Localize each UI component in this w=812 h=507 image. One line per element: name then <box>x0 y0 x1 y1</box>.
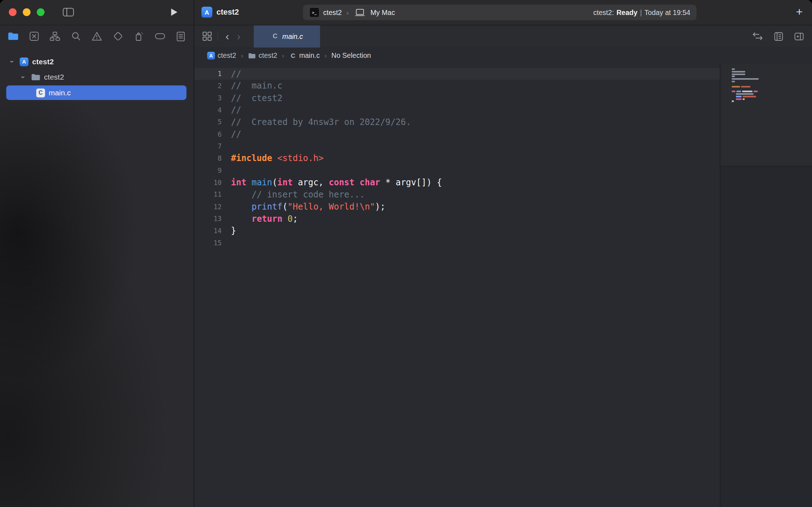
window-title: ctest2 <box>216 7 239 16</box>
source-control-navigator-icon[interactable] <box>27 30 41 43</box>
zoom-window-button[interactable] <box>37 8 45 16</box>
line-number[interactable]: 10 <box>194 177 222 189</box>
line-number[interactable]: 3 <box>194 92 222 104</box>
minimap-line <box>732 83 760 85</box>
c-file-icon: C <box>36 88 45 97</box>
breadcrumb-separator-icon: › <box>325 52 327 60</box>
xcode-project-icon: A <box>207 52 215 60</box>
editor-options-icon[interactable] <box>772 30 785 43</box>
breadcrumb-project[interactable]: ctest2 <box>217 52 236 60</box>
code-text: // Created by 4nsw3r on 2022/9/26. <box>222 116 411 128</box>
back-button[interactable]: ‹ <box>222 26 233 47</box>
line-number[interactable]: 8 <box>194 152 222 165</box>
minimap-line <box>732 76 760 77</box>
code-line[interactable]: 11 // insert code here... <box>194 189 720 201</box>
tree-item-group[interactable]: › ctest2 <box>0 69 194 85</box>
code-text: // <box>222 104 241 116</box>
minimap-line <box>732 98 760 100</box>
add-editor-icon[interactable] <box>792 30 806 43</box>
code-text: // <box>222 68 241 80</box>
tree-item-project[interactable]: › A ctest2 <box>0 54 194 70</box>
code-line[interactable]: 7 <box>194 140 720 152</box>
c-file-icon: C <box>271 32 279 40</box>
related-items-icon[interactable] <box>200 30 214 43</box>
code-line[interactable]: 5// Created by 4nsw3r on 2022/9/26. <box>194 116 720 128</box>
terminal-target-icon: >_ <box>309 7 320 17</box>
editor-tab-bar: ‹ › C main.c <box>194 25 812 48</box>
toolbar: A ctest2 >_ ctest2 › My Mac ctest2: Read… <box>0 0 812 25</box>
forward-button[interactable]: › <box>233 26 245 47</box>
code-line[interactable]: 4// <box>194 104 720 116</box>
code-line[interactable]: 8#include <stdio.h> <box>194 152 720 165</box>
symbol-navigator-icon[interactable] <box>48 30 62 43</box>
debug-navigator-icon[interactable] <box>132 30 146 43</box>
line-number[interactable]: 6 <box>194 128 222 140</box>
code-text <box>222 140 231 152</box>
scheme-and-activity-bar[interactable]: >_ ctest2 › My Mac ctest2: Ready | Today… <box>303 5 696 20</box>
sidebar-divider[interactable] <box>194 0 194 507</box>
report-navigator-icon[interactable] <box>174 30 187 43</box>
find-navigator-icon[interactable] <box>69 30 83 43</box>
code-line[interactable]: 13 return 0; <box>194 213 720 225</box>
code-review-icon[interactable] <box>751 30 765 43</box>
minimap-line <box>732 73 760 75</box>
editor-controls <box>751 25 806 48</box>
code-text: printf("Hello, World!\n"); <box>222 201 385 213</box>
breakpoint-navigator-icon[interactable] <box>153 30 167 43</box>
minimap-line <box>732 96 760 97</box>
code-text: // insert code here... <box>222 189 365 201</box>
line-number[interactable]: 1 <box>194 68 222 80</box>
line-number[interactable]: 5 <box>194 116 222 128</box>
xcode-project-icon: A <box>201 7 212 17</box>
status-separator: | <box>640 9 642 16</box>
code-text <box>222 237 231 249</box>
xcode-project-icon: A <box>20 57 29 66</box>
close-window-button[interactable] <box>9 8 17 16</box>
editor-area: ‹ › C main.c A ctest2 › <box>194 25 812 507</box>
code-line[interactable]: 6// <box>194 128 720 140</box>
code-line[interactable]: 10int main(int argc, const char * argv[]… <box>194 177 720 189</box>
library-add-button[interactable]: + <box>796 5 803 19</box>
code-line[interactable]: 14} <box>194 225 720 237</box>
window-stage: A ctest2 >_ ctest2 › My Mac ctest2: Read… <box>0 0 812 507</box>
tab-main-c[interactable]: C main.c <box>254 25 320 48</box>
minimize-window-button[interactable] <box>23 8 31 16</box>
line-number[interactable]: 7 <box>194 140 222 152</box>
disclosure-chevron-icon[interactable]: › <box>20 73 28 81</box>
jump-bar: A ctest2 › ctest2 › C main.c › No Select… <box>194 47 812 64</box>
issue-navigator-icon[interactable] <box>90 30 104 43</box>
minimap-line <box>732 101 760 102</box>
code-line[interactable]: 9 <box>194 165 720 177</box>
code-line[interactable]: 2// main.c <box>194 80 720 92</box>
minimap-line <box>732 86 760 87</box>
line-number[interactable]: 14 <box>194 225 222 237</box>
traffic-lights <box>9 8 45 16</box>
line-number[interactable]: 2 <box>194 80 222 92</box>
code-editor[interactable]: 1//2// main.c3// ctest24//5// Created by… <box>194 64 720 507</box>
breadcrumb-selection[interactable]: No Selection <box>331 52 371 60</box>
minimap[interactable] <box>720 64 812 507</box>
code-line[interactable]: 15 <box>194 237 720 249</box>
line-number[interactable]: 13 <box>194 213 222 225</box>
scheme-target-label: ctest2 <box>323 9 342 16</box>
run-button[interactable] <box>170 8 178 19</box>
scheme-selector[interactable]: >_ ctest2 › My Mac <box>309 7 395 17</box>
code-lines: 1//2// main.c3// ctest24//5// Created by… <box>194 68 720 249</box>
line-number[interactable]: 12 <box>194 201 222 213</box>
breadcrumb-file[interactable]: main.c <box>299 52 320 60</box>
breadcrumb-group[interactable]: ctest2 <box>259 52 277 60</box>
line-number[interactable]: 9 <box>194 165 222 177</box>
folder-icon <box>248 52 256 59</box>
line-number[interactable]: 15 <box>194 237 222 249</box>
line-number[interactable]: 11 <box>194 189 222 201</box>
test-navigator-icon[interactable] <box>111 30 125 43</box>
line-number[interactable]: 4 <box>194 104 222 116</box>
code-line[interactable]: 3// ctest2 <box>194 92 720 104</box>
project-navigator-icon[interactable] <box>6 30 20 43</box>
code-line[interactable]: 12 printf("Hello, World!\n"); <box>194 201 720 213</box>
tree-item-main-c[interactable]: C main.c <box>6 85 186 100</box>
disclosure-chevron-icon[interactable]: › <box>8 57 16 66</box>
code-line[interactable]: 1// <box>194 68 720 80</box>
sidebar-toggle-icon[interactable] <box>62 8 74 19</box>
minimap-line <box>732 71 760 72</box>
